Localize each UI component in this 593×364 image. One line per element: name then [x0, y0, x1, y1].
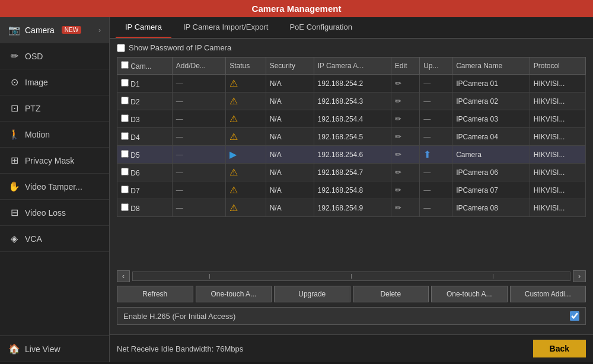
show-password-label: Show Password of IP Camera [129, 43, 231, 52]
video-tamper-icon: ✋ [8, 181, 20, 192]
cell-status-D7: ⚠ [226, 181, 266, 199]
cell-name-D3: IPCamera 03 [452, 110, 530, 128]
cell-protocol-D3: HIKVISI... [530, 110, 585, 128]
cell-status-D3: ⚠ [226, 110, 266, 128]
cell-cam-D6: D6 [117, 164, 173, 181]
table-row: D1—⚠N/A192.168.254.2✏—IPCamera 01HIKVISI… [117, 75, 586, 92]
cell-edit-D5: ✏ [391, 146, 419, 164]
col-edit: Edit [391, 58, 419, 75]
scroll-track[interactable] [132, 272, 570, 281]
sidebar-item-ptz[interactable]: ⊡ PTZ [0, 95, 109, 122]
cell-security-D3: N/A [266, 110, 314, 128]
sidebar-item-image[interactable]: ⊙ Image [0, 69, 109, 95]
delete-button[interactable]: Delete [353, 286, 429, 302]
sidebar-item-privacy-mask[interactable]: ⊞ Privacy Mask [0, 148, 109, 174]
tab-poe-config[interactable]: PoE Configuration [280, 17, 362, 38]
sidebar-item-motion[interactable]: 🚶 Motion [0, 122, 109, 148]
row-checkbox-D1[interactable] [121, 79, 129, 87]
cell-protocol-D2: HIKVISI... [530, 92, 585, 110]
one-touch-a2-button[interactable]: One-touch A... [431, 286, 508, 302]
cell-security-D6: N/A [266, 164, 314, 181]
scrollbar-row: ‹ › [117, 270, 586, 282]
tab-import-export[interactable]: IP Camera Import/Export [174, 17, 278, 38]
sidebar-item-ptz-label: PTZ [25, 104, 40, 113]
cell-upload-D3: — [420, 110, 452, 128]
scroll-left-button[interactable]: ‹ [117, 270, 130, 282]
sidebar-item-camera-label: Camera [25, 25, 55, 35]
sidebar-item-live-view-label: Live View [25, 344, 60, 354]
row-checkbox-D8[interactable] [121, 203, 129, 211]
custom-add-button[interactable]: Custom Addi... [510, 286, 586, 302]
refresh-button[interactable]: Refresh [117, 286, 193, 302]
edit-icon-D3[interactable]: ✏ [395, 114, 401, 123]
upgrade-button[interactable]: Upgrade [274, 286, 350, 302]
row-checkbox-D5[interactable] [121, 150, 129, 158]
show-password-checkbox[interactable] [117, 44, 125, 52]
cell-upload-D5: ⬆ [420, 146, 452, 164]
image-icon: ⊙ [8, 76, 20, 88]
edit-icon-D1[interactable]: ✏ [395, 79, 401, 88]
cell-cam-D5: D5 [117, 146, 173, 164]
live-view-icon: 🏠 [8, 343, 20, 355]
cell-upload-D8: — [420, 199, 452, 217]
col-ip: IP Camera A... [314, 58, 391, 75]
edit-icon-D6[interactable]: ✏ [395, 168, 401, 177]
cell-add-D5: — [172, 146, 225, 164]
cell-name-D5: Camera [452, 146, 530, 164]
edit-icon-D5[interactable]: ✏ [395, 150, 401, 159]
cell-name-D6: IPCamera 06 [452, 164, 530, 181]
tab-ip-camera[interactable]: IP Camera [116, 17, 171, 38]
h265-checkbox[interactable] [570, 311, 579, 321]
edit-icon-D2[interactable]: ✏ [395, 97, 401, 106]
status-warn-icon: ⚠ [229, 132, 238, 142]
cell-status-D8: ⚠ [226, 199, 266, 217]
cell-status-D5: ▶ [226, 146, 266, 164]
cell-cam-D8: D8 [117, 199, 173, 217]
col-security: Security [266, 58, 314, 75]
edit-icon-D8[interactable]: ✏ [395, 203, 401, 212]
select-all-checkbox[interactable] [121, 61, 129, 69]
sidebar-item-osd[interactable]: ✏ OSD [0, 43, 109, 69]
cell-name-D4: IPCamera 04 [452, 128, 530, 146]
upload-icon-D5[interactable]: ⬆ [423, 149, 431, 159]
sidebar-item-live-view[interactable]: 🏠 Live View [0, 336, 109, 362]
sidebar-item-video-tamper[interactable]: ✋ Video Tamper... [0, 174, 109, 200]
sidebar-item-camera[interactable]: 📷 Camera NEW › [0, 17, 109, 43]
edit-icon-D4[interactable]: ✏ [395, 132, 401, 141]
status-warn-icon: ⚠ [229, 203, 238, 213]
status-ok-icon: ▶ [229, 149, 237, 159]
title-bar: Camera Management [0, 0, 593, 17]
cell-add-D8: — [172, 199, 225, 217]
cell-ip-D4: 192.168.254.5 [314, 128, 391, 146]
show-password-row: Show Password of IP Camera [117, 43, 586, 52]
cell-ip-D1: 192.168.254.2 [314, 75, 391, 92]
col-add-del: Add/De... [172, 58, 225, 75]
col-name: Camera Name [452, 58, 530, 75]
cell-ip-D3: 192.168.254.4 [314, 110, 391, 128]
cell-security-D7: N/A [266, 181, 314, 199]
back-button[interactable]: Back [533, 340, 586, 357]
sidebar-item-vca[interactable]: ◈ VCA [0, 226, 109, 252]
sidebar-item-video-loss[interactable]: ⊟ Video Loss [0, 200, 109, 226]
vca-icon: ◈ [8, 233, 20, 244]
one-touch-a1-button[interactable]: One-touch A... [196, 286, 272, 302]
ptz-icon: ⊡ [8, 103, 20, 114]
row-checkbox-D4[interactable] [121, 132, 129, 140]
sidebar: 📷 Camera NEW › ✏ OSD ⊙ Image ⊡ PTZ 🚶 Mot… [0, 17, 110, 362]
sidebar-item-privacy-mask-label: Privacy Mask [25, 156, 74, 165]
cell-add-D6: — [172, 164, 225, 181]
scroll-right-button[interactable]: › [573, 270, 586, 282]
table-row: D4—⚠N/A192.168.254.5✏—IPCamera 04HIKVISI… [117, 128, 586, 146]
cell-ip-D2: 192.168.254.3 [314, 92, 391, 110]
row-checkbox-D2[interactable] [121, 97, 129, 104]
row-checkbox-D3[interactable] [121, 114, 129, 122]
col-protocol: Protocol [530, 58, 585, 75]
row-checkbox-D6[interactable] [121, 168, 129, 175]
cell-upload-D6: — [420, 164, 452, 181]
row-checkbox-D7[interactable] [121, 186, 129, 193]
cell-edit-D4: ✏ [391, 128, 419, 146]
table-row: D7—⚠N/A192.168.254.8✏—IPCamera 07HIKVISI… [117, 181, 586, 199]
sidebar-item-vca-label: VCA [25, 234, 42, 244]
status-warn-icon: ⚠ [229, 96, 238, 106]
edit-icon-D7[interactable]: ✏ [395, 186, 401, 194]
